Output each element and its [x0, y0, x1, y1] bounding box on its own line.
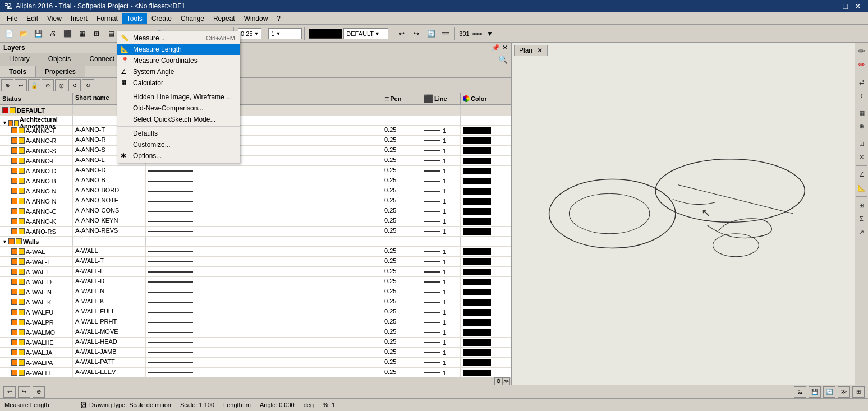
menu-item-quicksketch[interactable]: Select QuickSketch Mode... — [117, 114, 240, 125]
rtb-btn9[interactable]: ∠ — [856, 168, 868, 181]
layer-row[interactable]: A-WALFU A-WALL-FULL 0.25 1 — [0, 307, 511, 317]
line-dropdown[interactable]: 1 ▼ — [268, 28, 302, 39]
menu-insert[interactable]: Insert — [66, 13, 92, 24]
rtb-btn2[interactable]: ✏ — [856, 58, 868, 71]
menu-help[interactable]: ? — [272, 13, 285, 24]
bottom-btn7[interactable]: ≫ — [838, 386, 850, 398]
menu-item-system-angle[interactable]: ∠ System Angle — [117, 66, 240, 77]
layer-row[interactable]: A-ANNO-R A-ANNO-R 0.25 1 — [0, 136, 511, 146]
layer-row[interactable]: A-ANNO-N A-ANNO-BORD 0.25 1 — [0, 186, 511, 196]
layer-row[interactable]: A-ANNO-C A-ANNO-CONS 0.25 1 — [0, 206, 511, 216]
bottom-btn2[interactable]: ↪ — [18, 386, 30, 398]
rtb-btn12[interactable]: Σ — [856, 213, 868, 225]
menu-item-options[interactable]: ✱ Options... — [117, 150, 240, 161]
maximize-button[interactable]: □ — [841, 2, 850, 11]
layer-row[interactable]: A-WAL-D A-WALL-D 0.25 1 — [0, 277, 511, 287]
color-picker[interactable] — [309, 29, 342, 39]
tab-library[interactable]: Library — [0, 53, 39, 66]
bottom-btn5[interactable]: 💾 — [809, 386, 821, 398]
grid-icon[interactable]: ⊞ — [852, 386, 865, 398]
rtb-btn1[interactable]: ✏ — [856, 45, 868, 57]
layer-row[interactable]: A-WALJA A-WALL-JAMB 0.25 1 — [0, 348, 511, 358]
layer-row[interactable]: A-ANNO-N A-ANNO-NOTE 0.25 1 — [0, 196, 511, 206]
layer-row[interactable]: A-WAL-N A-WALL-N 0.25 1 — [0, 287, 511, 297]
print-button[interactable]: 🖨 — [46, 27, 59, 40]
layer-btn2[interactable]: ↩ — [15, 79, 27, 91]
menu-change[interactable]: Change — [176, 13, 209, 24]
tb-btn6[interactable]: ▦ — [75, 27, 89, 40]
layer-row[interactable]: A-WALEL A-WALL-ELEV 0.25 1 — [0, 368, 511, 377]
layer-row[interactable]: A-ANNO-B A-ANNO-B 0.25 1 — [0, 176, 511, 186]
open-button[interactable]: 📂 — [17, 27, 30, 40]
layer-row[interactable]: A-WALPR A-WALL-PRHT 0.25 1 — [0, 317, 511, 327]
rtb-btn8[interactable]: ✕ — [856, 151, 868, 163]
menu-item-measure[interactable]: 📏 Measure... Ctrl+Alt+M — [117, 33, 240, 44]
menu-item-hidden-line[interactable]: Hidden Line Image, Wireframe ... — [117, 91, 240, 103]
tb-btn5[interactable]: ⬛ — [61, 27, 74, 40]
rtb-btn11[interactable]: ⊞ — [856, 199, 868, 211]
new-button[interactable]: 📄 — [2, 27, 16, 40]
layer-row[interactable]: A-ANNO-K A-ANNO-KEYN 0.25 1 — [0, 216, 511, 227]
menu-item-measure-coords[interactable]: 📍 Measure Coordinates — [117, 55, 240, 66]
tab-objects[interactable]: Objects — [39, 53, 81, 66]
coord-dropdown-btn[interactable]: ▼ — [483, 27, 497, 40]
layer-row[interactable]: A-WAL-L A-WALL-L 0.25 1 — [0, 267, 511, 277]
minimize-button[interactable]: — — [826, 2, 839, 11]
menu-window[interactable]: Window — [240, 13, 273, 24]
redo-button[interactable]: ↪ — [410, 27, 423, 40]
menu-edit[interactable]: Edit — [22, 13, 43, 24]
menu-item-customize[interactable]: Customize... — [117, 139, 240, 150]
title-bar-controls[interactable]: — □ ✕ — [826, 2, 864, 11]
bottom-btn1[interactable]: ↩ — [3, 386, 16, 398]
cad-viewport[interactable]: ↖ — [512, 43, 868, 385]
rtb-btn10[interactable]: 📐 — [856, 182, 868, 194]
subtab-tools[interactable]: Tools — [0, 66, 36, 77]
layers-more-btn[interactable]: ≫ — [502, 377, 510, 385]
bottom-btn3[interactable]: ⊕ — [33, 386, 45, 398]
layer-row[interactable]: A-ANNO-L A-ANNO-L 0.25 1 — [0, 156, 511, 166]
rtb-btn6[interactable]: ⊕ — [856, 120, 868, 132]
rtb-btn3[interactable]: ⇄ — [856, 76, 868, 88]
layer-row-default[interactable]: DEFAULT — [0, 105, 511, 116]
menu-item-calculator[interactable]: 🖩 Calculator — [117, 77, 240, 89]
rtb-btn7[interactable]: ⊡ — [856, 137, 868, 150]
layer-group-arch[interactable]: ▼ Architectural Annotations — [0, 116, 511, 126]
menu-repeat[interactable]: Repeat — [209, 13, 240, 24]
menu-view[interactable]: View — [43, 13, 66, 24]
layer-row[interactable]: A-WAL-K A-WALL-K 0.25 1 — [0, 297, 511, 307]
subtab-properties[interactable]: Properties — [36, 66, 85, 77]
layers-settings-btn[interactable]: ⚙ — [494, 377, 502, 385]
menu-format[interactable]: Format — [92, 13, 122, 24]
layer-btn4[interactable]: ⊙ — [42, 79, 54, 91]
tb-btn7[interactable]: ⊞ — [90, 27, 103, 40]
menu-file[interactable]: File — [2, 13, 22, 24]
layer-row[interactable]: A-WALMO A-WALL-MOVE 0.25 1 — [0, 327, 511, 338]
menu-item-old-new[interactable]: Old-New-Comparison... — [117, 103, 240, 114]
rtb-btn5[interactable]: ▦ — [856, 107, 868, 119]
layer-btn3[interactable]: 🔓 — [28, 79, 40, 91]
menu-item-defaults[interactable]: Defaults — [117, 128, 240, 139]
close-button[interactable]: ✕ — [852, 2, 864, 11]
layer-row[interactable]: A-ANNO-S A-ANNO-S 0.25 1 — [0, 146, 511, 156]
layer-row[interactable]: A-ANNO-T A-ANNO-T 0.25 1 — [0, 126, 511, 136]
layer-btn7[interactable]: ↻ — [82, 79, 94, 91]
pen-width-dropdown[interactable]: 0.25 ▼ — [238, 28, 261, 39]
layer-row[interactable]: A-WAL-T A-WALL-T 0.25 1 — [0, 257, 511, 267]
layer-row[interactable]: A-WALPA A-WALL-PATT 0.25 1 — [0, 358, 511, 368]
layer-row[interactable]: A-WALHE A-WALL-HEAD 0.25 1 — [0, 338, 511, 348]
layer-btn1[interactable]: ⊕ — [1, 79, 13, 91]
plan-close[interactable]: ✕ — [537, 47, 543, 54]
pin-icon[interactable]: 📌 — [492, 44, 500, 52]
rtb-btn13[interactable]: ↗ — [856, 226, 868, 238]
layer-row[interactable]: A-ANO-RS A-ANNO-REVS 0.25 1 — [0, 227, 511, 237]
bottom-btn6[interactable]: 🔄 — [823, 386, 835, 398]
tb-btn17[interactable]: ≡≡ — [439, 27, 452, 40]
layer-group-walls[interactable]: ▼ Walls — [0, 237, 511, 247]
tb-btn16[interactable]: 🔄 — [424, 27, 438, 40]
rtb-btn4[interactable]: ↕ — [856, 89, 868, 101]
menu-item-measure-length[interactable]: 📐 Measure Length — [117, 44, 240, 55]
layer-btn5[interactable]: ◎ — [55, 79, 67, 91]
search-icon[interactable]: 🔍 — [495, 53, 511, 66]
bottom-btn4[interactable]: 🗂 — [794, 386, 806, 398]
menu-tools[interactable]: Tools — [122, 13, 147, 24]
